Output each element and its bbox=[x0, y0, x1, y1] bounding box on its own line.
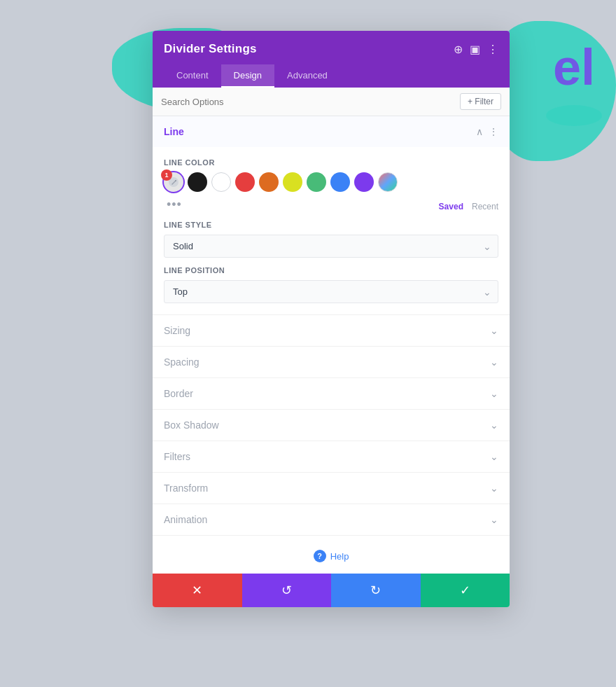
tab-advanced[interactable]: Advanced bbox=[274, 64, 340, 88]
color-swatch-green[interactable] bbox=[307, 172, 326, 192]
section-animation-header[interactable]: Animation ⌄ bbox=[153, 504, 510, 535]
section-border: Border ⌄ bbox=[153, 378, 510, 410]
help-icon: ? bbox=[314, 550, 326, 562]
section-box-shadow-header[interactable]: Box Shadow ⌄ bbox=[153, 410, 510, 440]
section-line-header[interactable]: Line ∧ ⋮ bbox=[153, 116, 510, 147]
brush-decoration-mid bbox=[546, 105, 602, 126]
section-line-menu-icon[interactable]: ⋮ bbox=[489, 126, 498, 137]
color-swatch-purple[interactable] bbox=[354, 172, 374, 192]
section-transform-header[interactable]: Transform ⌄ bbox=[153, 473, 510, 504]
chevron-down-icon-sizing: ⌄ bbox=[490, 325, 498, 336]
color-swatch-custom[interactable] bbox=[378, 172, 398, 192]
action-bar: ✕ ↺ ↻ ✓ bbox=[153, 574, 510, 607]
section-border-title: Border bbox=[164, 388, 193, 399]
color-swatch-default[interactable]: 1 bbox=[164, 172, 183, 192]
save-button[interactable]: ✓ bbox=[421, 574, 510, 607]
help-row[interactable]: ? Help bbox=[153, 536, 510, 574]
redo-button[interactable]: ↻ bbox=[331, 574, 421, 607]
color-swatch-white[interactable] bbox=[211, 172, 231, 192]
columns-icon[interactable]: ▣ bbox=[470, 43, 480, 56]
chevron-down-icon-box-shadow: ⌄ bbox=[490, 419, 498, 431]
section-filters: Filters ⌄ bbox=[153, 441, 510, 473]
section-sizing-header[interactable]: Sizing ⌄ bbox=[153, 315, 510, 346]
color-more-icon[interactable]: ••• bbox=[164, 197, 185, 212]
chevron-down-icon-animation: ⌄ bbox=[490, 514, 498, 525]
color-swatch-yellow[interactable] bbox=[283, 172, 302, 192]
section-box-shadow-title: Box Shadow bbox=[164, 419, 219, 431]
tabs-row: Content Design Advanced bbox=[164, 64, 498, 88]
chevron-down-icon-transform: ⌄ bbox=[490, 483, 498, 494]
section-line-content: Line Color 1 bbox=[153, 147, 510, 314]
background-text: el bbox=[553, 42, 595, 92]
modal-header: Divider Settings ⊕ ▣ ⋮ Content Design Ad… bbox=[153, 31, 510, 88]
modal-title: Divider Settings bbox=[164, 42, 257, 56]
chevron-down-icon-border: ⌄ bbox=[490, 388, 498, 399]
modal-header-icons: ⊕ ▣ ⋮ bbox=[454, 43, 498, 56]
section-sizing: Sizing ⌄ bbox=[153, 315, 510, 347]
section-sizing-title: Sizing bbox=[164, 325, 190, 336]
color-swatch-red[interactable] bbox=[235, 172, 255, 192]
line-style-wrapper: Solid Dashed Dotted bbox=[164, 235, 498, 258]
filter-button[interactable]: + Filter bbox=[460, 93, 501, 110]
tab-content[interactable]: Content bbox=[164, 64, 221, 88]
color-swatch-black[interactable] bbox=[188, 172, 207, 192]
line-position-wrapper: Top Bottom Center bbox=[164, 280, 498, 303]
line-style-select[interactable]: Solid Dashed Dotted bbox=[164, 235, 498, 258]
help-label: Help bbox=[330, 551, 349, 562]
tab-design[interactable]: Design bbox=[221, 64, 274, 88]
line-style-label: Line Style bbox=[164, 221, 498, 229]
color-tab-saved[interactable]: Saved bbox=[439, 202, 463, 211]
section-line: Line ∧ ⋮ Line Color 1 bbox=[153, 116, 510, 315]
color-swatch-blue[interactable] bbox=[330, 172, 350, 192]
chevron-down-icon-spacing: ⌄ bbox=[490, 356, 498, 368]
section-spacing-header[interactable]: Spacing ⌄ bbox=[153, 347, 510, 377]
color-row: 1 bbox=[164, 172, 498, 192]
line-position-label: Line Position bbox=[164, 266, 498, 275]
section-border-header[interactable]: Border ⌄ bbox=[153, 378, 510, 409]
chevron-up-icon: ∧ bbox=[476, 126, 483, 137]
section-line-icons: ∧ ⋮ bbox=[476, 126, 498, 137]
section-line-title: Line bbox=[164, 126, 184, 137]
color-badge-number: 1 bbox=[161, 169, 172, 181]
search-input[interactable] bbox=[161, 97, 460, 107]
section-spacing: Spacing ⌄ bbox=[153, 347, 510, 378]
chevron-down-icon-filters: ⌄ bbox=[490, 451, 498, 462]
color-tab-recent[interactable]: Recent bbox=[472, 202, 498, 211]
section-animation-title: Animation bbox=[164, 514, 207, 525]
section-filters-header[interactable]: Filters ⌄ bbox=[153, 441, 510, 472]
cancel-button[interactable]: ✕ bbox=[153, 574, 242, 607]
color-tabs: Saved Recent bbox=[439, 202, 498, 211]
target-icon[interactable]: ⊕ bbox=[454, 43, 463, 56]
section-spacing-title: Spacing bbox=[164, 356, 200, 368]
modal-title-row: Divider Settings ⊕ ▣ ⋮ bbox=[164, 42, 498, 56]
line-color-label: Line Color bbox=[164, 158, 498, 167]
section-transform: Transform ⌄ bbox=[153, 473, 510, 504]
undo-button[interactable]: ↺ bbox=[242, 574, 332, 607]
section-transform-title: Transform bbox=[164, 483, 208, 494]
divider-settings-modal: Divider Settings ⊕ ▣ ⋮ Content Design Ad… bbox=[153, 31, 510, 607]
section-animation: Animation ⌄ bbox=[153, 504, 510, 536]
more-options-icon[interactable]: ⋮ bbox=[487, 43, 498, 56]
search-bar: + Filter bbox=[153, 88, 510, 116]
line-position-select[interactable]: Top Bottom Center bbox=[164, 280, 498, 303]
section-filters-title: Filters bbox=[164, 451, 190, 462]
section-box-shadow: Box Shadow ⌄ bbox=[153, 410, 510, 441]
color-swatch-orange[interactable] bbox=[259, 172, 279, 192]
modal-body: Line ∧ ⋮ Line Color 1 bbox=[153, 116, 510, 574]
